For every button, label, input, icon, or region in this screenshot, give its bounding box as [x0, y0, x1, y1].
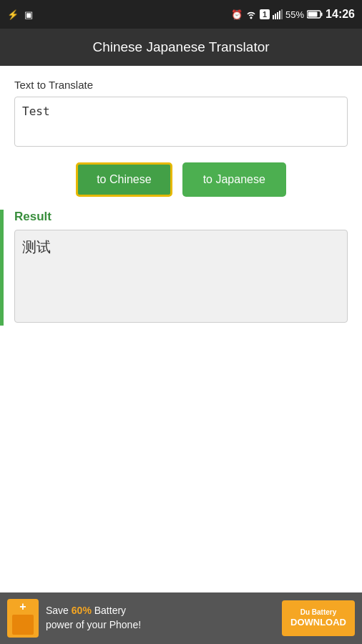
svg-rect-4	[281, 9, 283, 19]
svg-rect-6	[308, 12, 318, 17]
status-time: 14:26	[326, 8, 355, 21]
alarm-icon: ⏰	[231, 9, 243, 20]
svg-rect-7	[321, 13, 323, 16]
usb-icon: ⚡	[7, 9, 19, 20]
status-bar: ⚡ ▣ ⏰ 1 55% 14:26	[0, 0, 362, 29]
result-section: Result	[14, 210, 348, 326]
button-row: to Chinese to Japanese	[14, 162, 348, 197]
status-bar-left: ⚡ ▣	[7, 9, 33, 20]
network-badge: 1	[260, 9, 270, 19]
ad-highlight: 60%	[72, 605, 92, 616]
status-bar-right: ⏰ 1 55% 14:26	[231, 8, 355, 21]
ad-battery-fill	[12, 615, 34, 635]
result-label: Result	[14, 210, 348, 224]
to-japanese-button[interactable]: to Japanese	[182, 162, 286, 197]
signal-icon	[273, 9, 283, 19]
svg-rect-0	[273, 15, 274, 19]
svg-rect-1	[275, 14, 276, 19]
battery-icon	[307, 10, 323, 19]
svg-rect-3	[279, 11, 280, 19]
ad-text: Save 60% Batterypower of your Phone!	[46, 604, 275, 632]
battery-percent: 55%	[285, 9, 304, 20]
app-header: Chinese Japanese Translator	[0, 29, 362, 66]
ad-banner: Save 60% Batterypower of your Phone! Du …	[0, 592, 362, 644]
ad-download-button[interactable]: Du Battery DOWNLOAD	[282, 600, 355, 636]
input-label: Text to Translate	[14, 79, 348, 91]
ad-text-before: Save	[46, 605, 72, 616]
result-area[interactable]	[14, 230, 348, 323]
svg-rect-2	[277, 12, 278, 19]
text-input[interactable]	[14, 97, 348, 147]
ad-brand: Du Battery	[290, 608, 346, 617]
ad-download-label: DOWNLOAD	[290, 617, 346, 628]
app-title: Chinese Japanese Translator	[92, 39, 269, 55]
main-content: Text to Translate to Chinese to Japanese…	[0, 66, 362, 326]
image-icon: ▣	[24, 9, 33, 20]
wifi-icon	[245, 9, 257, 19]
to-chinese-button[interactable]: to Chinese	[76, 162, 172, 197]
ad-battery-icon	[7, 599, 39, 638]
